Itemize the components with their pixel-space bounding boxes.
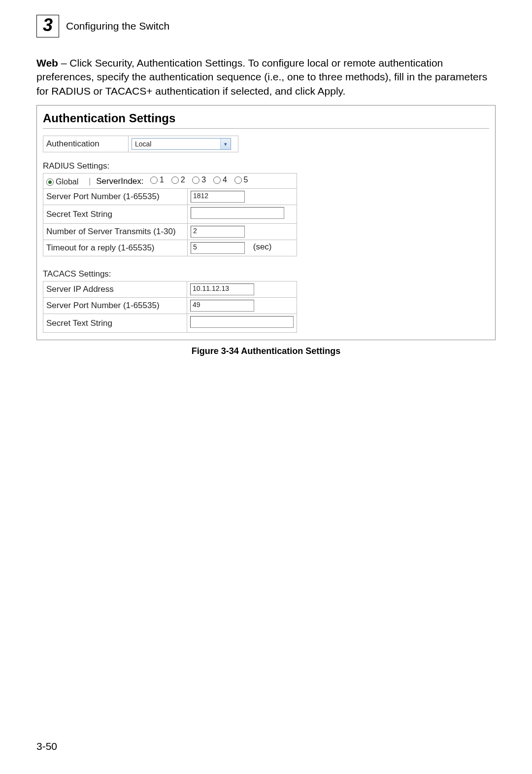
authentication-label: Authentication	[43, 136, 129, 152]
chapter-number: 3	[43, 16, 53, 34]
tacacs-table: Server IP Address 10.11.12.13 Server Por…	[43, 281, 297, 333]
radius-timeout-unit: (sec)	[253, 242, 272, 251]
settings-screenshot: Authentication Settings Authentication L…	[36, 105, 496, 340]
radius-secret-label: Secret Text String	[43, 205, 188, 224]
server-index-5[interactable]: 5	[234, 176, 248, 184]
radio-icon	[150, 176, 158, 184]
authentication-select[interactable]: Local ▾	[132, 138, 231, 150]
panel-title: Authentication Settings	[43, 111, 489, 125]
tacacs-port-input[interactable]: 49	[190, 300, 254, 312]
page-number: 3-50	[36, 740, 57, 752]
tacacs-heading: TACACS Settings:	[43, 269, 489, 279]
radius-transmits-input[interactable]: 2	[191, 226, 245, 238]
tacacs-port-label: Server Port Number (1-65535)	[43, 298, 187, 314]
server-index-2[interactable]: 2	[171, 176, 185, 184]
radius-port-input[interactable]: 1812	[191, 191, 245, 203]
figure-caption: Figure 3-34 Authentication Settings	[36, 346, 496, 356]
intro-lead: Web	[36, 57, 58, 69]
chapter-number-badge: 3	[36, 15, 59, 37]
radius-secret-input[interactable]	[191, 207, 284, 219]
panel-divider	[43, 128, 489, 129]
radius-scope-global[interactable]: Global	[46, 177, 78, 186]
chevron-down-icon: ▾	[220, 139, 231, 149]
server-index-4[interactable]: 4	[213, 176, 227, 184]
radius-table: Server Port Number (1-65535) 1812 Secret…	[43, 188, 297, 256]
radius-transmits-label: Number of Server Transmits (1-30)	[43, 224, 188, 240]
tacacs-secret-label: Secret Text String	[43, 314, 187, 333]
radius-port-label: Server Port Number (1-65535)	[43, 189, 188, 205]
radius-heading: RADIUS Settings:	[43, 161, 489, 171]
separator-pipe: |	[89, 176, 91, 186]
tacacs-ip-label: Server IP Address	[43, 281, 187, 298]
intro-text: – Click Security, Authentication Setting…	[36, 57, 487, 97]
radio-icon	[171, 176, 179, 184]
tacacs-ip-input[interactable]: 10.11.12.13	[190, 283, 254, 295]
server-index-1[interactable]: 1	[150, 176, 164, 184]
radius-timeout-input[interactable]: 5	[191, 242, 245, 254]
authentication-selected: Local	[132, 140, 220, 148]
radio-icon	[192, 176, 200, 184]
radio-checked-icon	[46, 178, 54, 186]
tacacs-secret-input[interactable]	[190, 316, 294, 328]
radio-icon	[213, 176, 221, 184]
radio-icon	[234, 176, 242, 184]
intro-paragraph: Web – Click Security, Authentication Set…	[36, 56, 496, 98]
authentication-table: Authentication Local ▾	[43, 136, 238, 152]
server-index-3[interactable]: 3	[192, 176, 206, 184]
server-index-label: ServerIndex:	[96, 176, 143, 186]
radius-scope-row: Global | ServerIndex: 1 2 3 4 5	[43, 173, 297, 188]
radius-global-label: Global	[56, 177, 78, 186]
chapter-title: Configuring the Switch	[66, 20, 169, 32]
radius-timeout-label: Timeout for a reply (1-65535)	[43, 240, 188, 256]
